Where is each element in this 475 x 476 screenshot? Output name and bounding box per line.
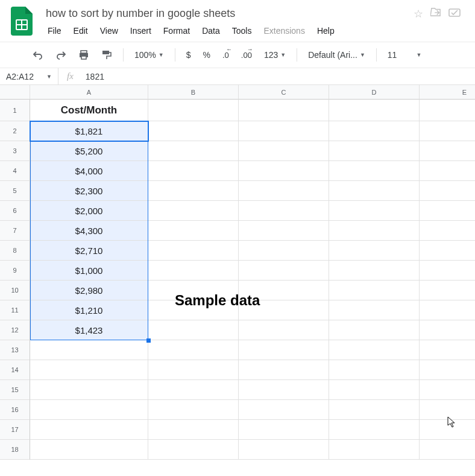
sheets-logo[interactable] xyxy=(10,6,34,36)
cell[interactable] xyxy=(329,201,420,221)
cell[interactable] xyxy=(329,121,420,141)
more-formats-dropdown[interactable]: 123 ▼ xyxy=(260,48,289,62)
row-header[interactable]: 10 xyxy=(0,281,30,300)
cell[interactable] xyxy=(420,380,475,400)
cell[interactable] xyxy=(239,221,329,241)
cell[interactable] xyxy=(420,281,475,300)
cell[interactable] xyxy=(30,400,148,420)
col-header-c[interactable]: C xyxy=(239,85,329,100)
cell[interactable] xyxy=(239,360,329,380)
cell[interactable] xyxy=(239,161,329,181)
row-header[interactable]: 18 xyxy=(0,440,30,460)
star-icon[interactable]: ☆ xyxy=(414,7,423,21)
select-all-corner[interactable] xyxy=(0,85,30,100)
cell[interactable] xyxy=(148,420,239,440)
cell[interactable] xyxy=(148,121,239,141)
cell[interactable] xyxy=(148,100,239,121)
cell[interactable] xyxy=(239,420,329,440)
cell[interactable] xyxy=(30,440,148,460)
cell[interactable]: $1,210 xyxy=(30,300,148,320)
zoom-dropdown[interactable]: 100% ▼ xyxy=(131,48,168,62)
row-header[interactable]: 6 xyxy=(0,201,30,221)
cell[interactable] xyxy=(329,241,420,261)
cell[interactable] xyxy=(420,161,475,181)
cell[interactable] xyxy=(239,141,329,161)
row-header[interactable]: 5 xyxy=(0,181,30,201)
cell[interactable] xyxy=(148,161,239,181)
cell[interactable] xyxy=(148,221,239,241)
cell[interactable]: $2,980 xyxy=(30,281,148,300)
menu-edit[interactable]: Edit xyxy=(68,24,93,38)
cell[interactable] xyxy=(329,181,420,201)
cell[interactable] xyxy=(148,380,239,400)
font-dropdown[interactable]: Default (Ari... ▼ xyxy=(304,48,369,62)
cell[interactable] xyxy=(329,360,420,380)
cell[interactable] xyxy=(420,340,475,360)
row-header[interactable]: 3 xyxy=(0,141,30,161)
row-header[interactable]: 9 xyxy=(0,261,30,281)
cell[interactable]: $1,821 xyxy=(30,121,148,141)
cell[interactable] xyxy=(239,100,329,121)
cell[interactable] xyxy=(239,201,329,221)
cell[interactable] xyxy=(30,340,148,360)
cell[interactable] xyxy=(420,181,475,201)
cell[interactable] xyxy=(148,320,239,340)
col-header-d[interactable]: D xyxy=(329,85,420,100)
document-title[interactable]: how to sort by number in google sheets xyxy=(42,6,239,21)
cell[interactable] xyxy=(148,340,239,360)
menu-format[interactable]: Format xyxy=(158,24,195,38)
row-header[interactable]: 11 xyxy=(0,300,30,320)
row-header[interactable]: 17 xyxy=(0,420,30,440)
cell[interactable] xyxy=(148,440,239,460)
print-icon[interactable] xyxy=(75,47,93,63)
cell[interactable] xyxy=(420,141,475,161)
cell[interactable] xyxy=(420,121,475,141)
row-header[interactable]: 16 xyxy=(0,400,30,420)
cell[interactable]: $4,300 xyxy=(30,221,148,241)
row-header[interactable]: 15 xyxy=(0,380,30,400)
menu-insert[interactable]: Insert xyxy=(125,24,157,38)
row-header[interactable]: 13 xyxy=(0,340,30,360)
col-header-b[interactable]: B xyxy=(148,85,239,100)
cell[interactable] xyxy=(239,320,329,340)
cell[interactable] xyxy=(30,420,148,440)
cell[interactable]: $1,000 xyxy=(30,261,148,281)
row-header[interactable]: 14 xyxy=(0,360,30,380)
cell[interactable] xyxy=(329,440,420,460)
cell[interactable] xyxy=(148,360,239,380)
fontsize-dropdown[interactable]: 11 ▼ xyxy=(384,48,426,62)
row-header[interactable]: 7 xyxy=(0,221,30,241)
cell[interactable] xyxy=(420,440,475,460)
cell[interactable] xyxy=(329,141,420,161)
cell[interactable] xyxy=(329,340,420,360)
cell[interactable] xyxy=(329,420,420,440)
cell[interactable] xyxy=(329,320,420,340)
cell[interactable] xyxy=(420,201,475,221)
cell[interactable] xyxy=(239,121,329,141)
row-header[interactable]: 4 xyxy=(0,161,30,181)
cell[interactable] xyxy=(30,380,148,400)
decrease-decimal-button[interactable]: .0← xyxy=(219,48,233,62)
cell[interactable] xyxy=(239,241,329,261)
col-header-e[interactable]: E xyxy=(420,85,475,100)
move-icon[interactable] xyxy=(430,7,441,20)
cell[interactable]: $1,423 xyxy=(30,320,148,340)
cell[interactable] xyxy=(148,141,239,161)
cell[interactable] xyxy=(329,100,420,121)
cell[interactable] xyxy=(329,380,420,400)
cell[interactable] xyxy=(148,201,239,221)
formula-bar[interactable]: 1821 xyxy=(82,72,104,81)
row-header[interactable]: 2 xyxy=(0,121,30,141)
menu-file[interactable]: File xyxy=(42,24,67,38)
cell[interactable]: $2,710 xyxy=(30,241,148,261)
cell[interactable]: $2,300 xyxy=(30,181,148,201)
cell[interactable] xyxy=(420,300,475,320)
undo-icon[interactable] xyxy=(29,48,47,62)
name-box[interactable]: A2:A12 ▼ xyxy=(0,72,58,81)
paint-format-icon[interactable] xyxy=(98,47,116,63)
cell[interactable] xyxy=(239,340,329,360)
cell[interactable] xyxy=(420,261,475,281)
menu-help[interactable]: Help xyxy=(312,24,340,38)
cloud-status-icon[interactable] xyxy=(448,7,461,20)
cell[interactable] xyxy=(239,400,329,420)
